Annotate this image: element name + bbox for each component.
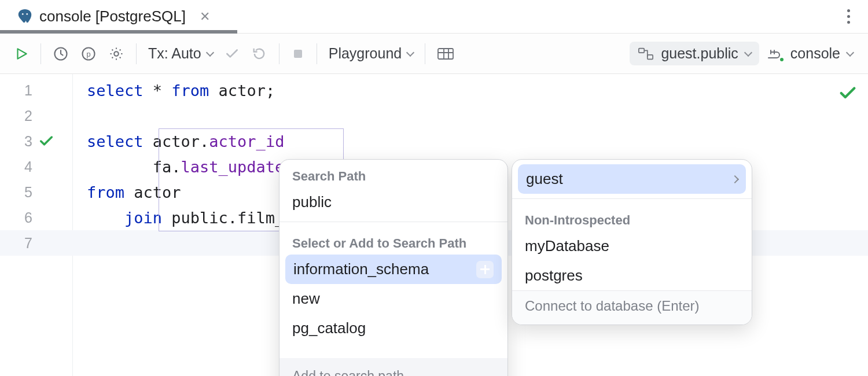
code-line[interactable] bbox=[73, 103, 868, 128]
popup-header: Select or Add to Search Path bbox=[279, 227, 507, 255]
popup-header: Non-Introspected bbox=[512, 204, 752, 231]
separator bbox=[279, 43, 279, 64]
tab-active-underline bbox=[0, 30, 237, 34]
database-item-postgres[interactable]: postgres bbox=[512, 261, 752, 290]
transaction-mode-dropdown[interactable]: Tx: Auto bbox=[142, 45, 219, 62]
rollback-icon[interactable] bbox=[245, 41, 273, 67]
explain-plan-icon[interactable]: p bbox=[75, 41, 102, 67]
svg-point-0 bbox=[22, 13, 24, 15]
chevron-down-icon bbox=[846, 48, 854, 56]
chevron-down-icon bbox=[206, 48, 214, 56]
postgresql-icon bbox=[16, 8, 34, 25]
database-popup: guest Non-Introspected myDatabase postgr… bbox=[512, 159, 752, 325]
code-line[interactable]: select actor.actor_id bbox=[73, 128, 868, 154]
line-number: 5 bbox=[16, 184, 32, 201]
separator bbox=[41, 43, 41, 64]
chevron-right-icon bbox=[731, 175, 739, 183]
inspection-ok-icon bbox=[838, 83, 858, 103]
line-number: 3 bbox=[16, 133, 32, 150]
more-options-icon[interactable] bbox=[843, 9, 854, 24]
svg-rect-9 bbox=[648, 54, 653, 58]
editor-tab-console[interactable]: console [PostgreSQL] ✕ bbox=[0, 0, 223, 33]
schema-item-new[interactable]: new bbox=[279, 284, 507, 314]
playground-dropdown[interactable]: Playground bbox=[323, 45, 419, 62]
popup-header: Search Path bbox=[279, 160, 507, 187]
svg-rect-7 bbox=[438, 49, 453, 59]
line-number: 1 bbox=[16, 82, 32, 99]
schema-item-public[interactable]: public bbox=[279, 187, 507, 217]
search-path-popup: Search Path public Select or Add to Sear… bbox=[279, 159, 508, 376]
stop-button[interactable] bbox=[285, 41, 311, 67]
schema-icon bbox=[638, 47, 654, 61]
divider bbox=[512, 198, 752, 199]
commit-icon[interactable] bbox=[219, 41, 245, 67]
sql-editor[interactable]: 1 2 3 4 5 6 7 select * from actor; selec… bbox=[0, 74, 868, 376]
editor-tabbar: console [PostgreSQL] ✕ bbox=[0, 0, 868, 34]
schema-item-information-schema[interactable]: information_schema bbox=[285, 255, 502, 284]
svg-rect-6 bbox=[294, 50, 302, 58]
separator bbox=[317, 43, 317, 64]
table-view-icon[interactable] bbox=[431, 41, 460, 67]
inspection-ok-icon bbox=[38, 133, 54, 149]
tab-title: console [PostgreSQL] bbox=[39, 8, 186, 25]
code-line[interactable]: select * from actor; bbox=[73, 78, 868, 103]
schema-item-pg-catalog[interactable]: pg_catalog bbox=[279, 314, 507, 343]
playground-label: Playground bbox=[329, 45, 402, 62]
chevron-down-icon bbox=[406, 48, 414, 56]
editor-gutter: 1 2 3 4 5 6 7 bbox=[0, 74, 73, 376]
line-number: 4 bbox=[16, 158, 32, 175]
popup-footer-hint: Connect to database (Enter) bbox=[512, 290, 752, 325]
datasource-label: console bbox=[790, 45, 840, 62]
schema-label: guest.public bbox=[661, 45, 738, 62]
schema-selector[interactable]: guest.public bbox=[630, 42, 759, 65]
close-icon[interactable]: ✕ bbox=[200, 9, 210, 24]
separator bbox=[136, 43, 137, 64]
line-number: 6 bbox=[16, 209, 32, 226]
datasource-selector[interactable]: console bbox=[759, 42, 860, 65]
settings-icon[interactable] bbox=[102, 41, 130, 67]
tx-label-text: Tx: Auto bbox=[148, 45, 201, 62]
line-number: 7 bbox=[16, 235, 32, 252]
query-toolbar: p Tx: Auto Playground bbox=[0, 34, 868, 74]
database-item-mydatabase[interactable]: myDatabase bbox=[512, 231, 752, 261]
svg-point-1 bbox=[26, 13, 28, 15]
add-to-path-icon[interactable] bbox=[476, 261, 494, 278]
plug-icon bbox=[766, 46, 784, 61]
database-item-guest[interactable]: guest bbox=[518, 164, 746, 194]
popup-footer-hint: Add to search path (Ctrl+click schema na… bbox=[279, 358, 507, 376]
divider bbox=[279, 222, 507, 222]
run-button[interactable] bbox=[8, 41, 35, 67]
history-icon[interactable] bbox=[47, 41, 75, 67]
svg-point-5 bbox=[114, 51, 118, 56]
separator bbox=[425, 43, 425, 64]
line-number: 2 bbox=[16, 108, 32, 124]
chevron-down-icon bbox=[744, 48, 752, 56]
svg-text:p: p bbox=[86, 49, 90, 58]
svg-rect-8 bbox=[639, 48, 644, 52]
